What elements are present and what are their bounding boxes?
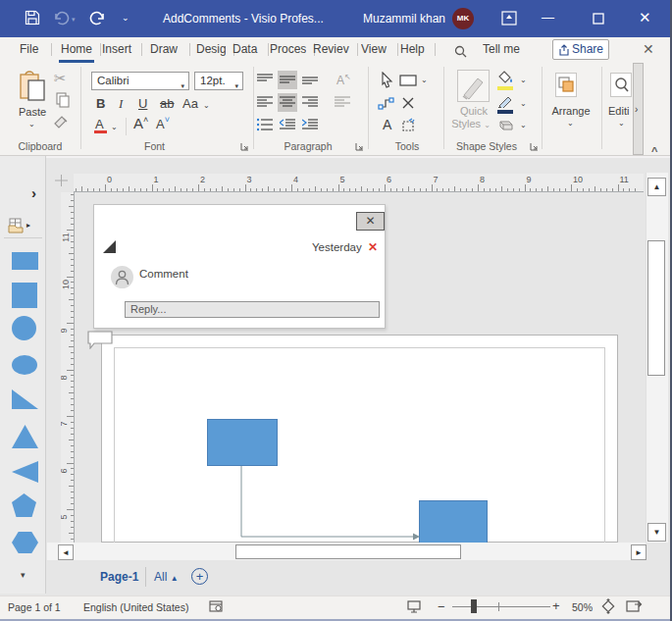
editing-expand-icon[interactable]: › — [635, 104, 638, 115]
diagram-shape-rectangle-2[interactable] — [419, 500, 488, 543]
format-painter-icon[interactable] — [53, 116, 70, 130]
zoom-level[interactable]: 50% — [572, 601, 593, 613]
font-dialog-launcher-icon[interactable] — [240, 142, 249, 151]
shapes-panel-more-icon[interactable]: ▾ — [21, 570, 26, 580]
line-color-icon[interactable] — [497, 95, 514, 108]
ribbon-tab-draw[interactable]: Draw — [150, 42, 181, 56]
editing-dropdown-icon[interactable]: ⌄ — [618, 119, 625, 128]
align-center-button[interactable] — [278, 93, 297, 112]
zoom-in-button[interactable]: + — [552, 598, 560, 613]
status-page-indicator[interactable]: Page 1 of 1 — [8, 601, 61, 613]
change-case-button[interactable]: Aa — [182, 96, 198, 111]
stencil-shape-square[interactable] — [12, 283, 37, 308]
align-middle-button[interactable] — [278, 71, 297, 89]
line-color-dropdown-icon[interactable]: ⌄ — [520, 99, 527, 108]
ribbon-tab-home[interactable]: Home — [61, 42, 92, 56]
underline-button[interactable]: U — [138, 96, 147, 111]
redo-icon[interactable] — [89, 10, 107, 26]
connection-point-tool-icon[interactable] — [401, 96, 415, 110]
maximize-button[interactable] — [593, 13, 604, 25]
line-spacing-button[interactable] — [335, 95, 350, 109]
undo-icon[interactable] — [52, 10, 70, 26]
bold-button[interactable]: B — [96, 96, 105, 111]
share-button[interactable]: Share — [552, 39, 609, 60]
macro-recording-icon[interactable] — [209, 600, 223, 613]
quick-access-dropdown-icon[interactable]: ⌄ — [122, 13, 129, 23]
comment-popup-close-button[interactable]: ✕ — [356, 212, 385, 231]
italic-button[interactable]: I — [119, 96, 123, 112]
font-size-select[interactable]: 12pt.▾ — [194, 72, 243, 90]
horizontal-scrollbar-thumb[interactable] — [235, 544, 461, 559]
rectangle-tool-icon[interactable] — [399, 75, 417, 86]
arrange-button[interactable] — [555, 73, 577, 97]
presentation-mode-icon[interactable] — [406, 599, 422, 614]
font-color-button[interactable]: A — [95, 117, 104, 131]
ribbon-tab-reviev[interactable]: Reviev — [313, 42, 349, 56]
comment-marker-icon[interactable] — [86, 330, 116, 349]
zoom-slider-thumb[interactable] — [471, 599, 477, 613]
stencil-shape-ellipse[interactable] — [12, 355, 37, 375]
font-family-select[interactable]: Calibri▾ — [91, 72, 189, 90]
strikethrough-button[interactable]: ab — [160, 96, 174, 111]
status-language[interactable]: English (United States) — [83, 601, 188, 613]
comment-reply-input[interactable]: Reply... — [125, 301, 380, 318]
paste-button[interactable] — [18, 71, 47, 104]
stencil-shape-circle[interactable] — [12, 316, 36, 340]
shape-effects-icon[interactable] — [496, 118, 514, 131]
copy-icon[interactable] — [56, 92, 71, 108]
font-color-dropdown-icon[interactable]: ⌄ — [111, 123, 118, 131]
decrease-indent-button[interactable] — [278, 116, 297, 134]
bullets-button[interactable] — [255, 116, 275, 134]
undo-dropdown-icon[interactable]: ▾ — [72, 16, 76, 24]
ribbon-tab-file[interactable]: File — [20, 42, 43, 56]
paste-dropdown-icon[interactable]: ⌄ — [28, 120, 35, 129]
ribbon-display-options-icon[interactable] — [501, 11, 517, 26]
page-tab-page1[interactable]: Page-1 — [100, 570, 138, 584]
text-direction-button[interactable]: A↖ — [336, 73, 351, 87]
grow-font-button[interactable]: A˄ — [133, 115, 148, 131]
scroll-right-button[interactable]: ► — [631, 544, 646, 560]
editing-button[interactable] — [610, 73, 632, 97]
diagram-shape-rectangle-1[interactable] — [207, 419, 278, 466]
ribbon-tab-desig[interactable]: Desig — [196, 42, 226, 56]
text-tool-button[interactable]: A — [383, 117, 391, 132]
scroll-down-button[interactable]: ▼ — [647, 523, 666, 542]
scroll-left-button[interactable]: ◄ — [58, 544, 74, 560]
rectangle-tool-dropdown-icon[interactable]: ⌄ — [421, 76, 428, 84]
comment-delete-icon[interactable]: ✕ — [368, 240, 378, 254]
user-avatar[interactable]: MK — [452, 8, 474, 29]
save-icon[interactable] — [25, 10, 40, 26]
zoom-slider-track[interactable] — [452, 606, 550, 607]
ribbon-tab-proces[interactable]: Proces — [270, 42, 306, 56]
quick-styles-button[interactable] — [457, 70, 490, 102]
align-left-button[interactable] — [255, 93, 275, 112]
stencil-shape-rectangle[interactable] — [12, 252, 38, 270]
align-bottom-button[interactable] — [300, 71, 320, 89]
zoom-out-button[interactable]: − — [438, 599, 445, 614]
shape-effects-dropdown-icon[interactable]: ⌄ — [520, 121, 527, 129]
align-right-button[interactable] — [300, 93, 320, 112]
close-document-icon[interactable]: ✕ — [643, 41, 654, 57]
change-case-dropdown-icon[interactable]: ⌄ — [203, 101, 210, 110]
connector-tool-icon[interactable] — [378, 95, 394, 111]
cut-icon[interactable]: ✂ — [54, 70, 67, 87]
shrink-font-button[interactable]: A˅ — [156, 115, 170, 131]
increase-indent-button[interactable] — [300, 116, 320, 134]
scroll-up-button[interactable]: ▲ — [647, 178, 666, 196]
page-tab-all[interactable]: All ▲ — [154, 570, 179, 584]
stencil-expand-icon[interactable]: ▸ — [26, 221, 30, 230]
add-page-button[interactable]: + — [191, 568, 208, 585]
comment-resize-triangle-icon[interactable] — [103, 240, 116, 253]
fill-color-dropdown-icon[interactable]: ⌄ — [520, 76, 527, 84]
pointer-tool-icon[interactable] — [380, 72, 394, 88]
paragraph-dialog-launcher-icon[interactable] — [355, 142, 364, 151]
stencil-icon[interactable] — [8, 218, 25, 233]
vertical-scrollbar-thumb[interactable] — [647, 240, 665, 376]
connector-line[interactable] — [240, 466, 422, 541]
close-button[interactable]: ✕ — [639, 9, 651, 26]
ribbon-tab-help[interactable]: Help — [400, 42, 427, 56]
expand-shapes-panel-icon[interactable]: › — [31, 184, 36, 201]
switch-windows-icon[interactable] — [626, 598, 643, 613]
fit-page-icon[interactable] — [600, 598, 616, 614]
ribbon-tab-data[interactable]: Data — [233, 42, 260, 56]
